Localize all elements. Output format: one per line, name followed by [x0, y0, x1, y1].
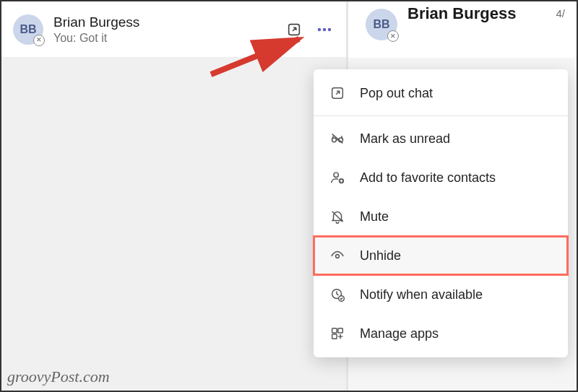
svg-point-2 [323, 27, 326, 30]
menu-manage-apps[interactable]: Manage apps [314, 314, 568, 353]
chat-text: Brian Burgess You: Got it [53, 14, 284, 45]
presence-offline-icon: ✕ [33, 35, 45, 46]
more-options-button[interactable] [314, 19, 335, 40]
apps-icon [329, 326, 345, 341]
avatar-initials: BB [20, 23, 36, 36]
menu-label: Manage apps [360, 326, 439, 341]
chat-context-menu: Pop out chat Mark as unread Add to favor… [314, 69, 568, 357]
menu-label: Pop out chat [360, 86, 433, 101]
chat-name: Brian Burgess [53, 14, 284, 30]
menu-unhide[interactable]: Unhide [314, 236, 568, 275]
presence-offline-icon: ✕ [387, 30, 399, 42]
chat-preview: You: Got it [53, 32, 284, 45]
clock-check-icon [329, 287, 345, 302]
menu-label: Add to favorite contacts [360, 170, 496, 186]
avatar-initials: BB [373, 18, 389, 31]
conversation-date: 4/ [556, 7, 565, 19]
menu-label: Notify when available [360, 287, 483, 302]
menu-mute[interactable]: Mute [314, 197, 568, 236]
chat-list-item[interactable]: BB ✕ Brian Burgess You: Got it [1, 1, 346, 58]
menu-label: Mute [360, 209, 389, 225]
menu-notify-when-available[interactable]: Notify when available [314, 275, 568, 314]
chat-list: BB ✕ Brian Burgess You: Got it [1, 1, 346, 391]
menu-label: Unhide [360, 248, 401, 263]
bell-off-icon [329, 209, 345, 225]
pop-out-button[interactable] [284, 19, 304, 40]
glasses-off-icon [329, 131, 345, 147]
conversation-header: BB ✕ Brian Burgess 4/ [346, 1, 577, 58]
pop-out-icon [329, 85, 345, 101]
menu-label: Mark as unread [360, 131, 450, 147]
svg-rect-17 [332, 334, 337, 339]
svg-rect-16 [338, 328, 342, 333]
conversation-title: Brian Burgess [407, 4, 516, 23]
avatar: BB ✕ [366, 9, 397, 40]
person-add-icon [329, 170, 345, 186]
eye-icon [329, 248, 345, 263]
menu-divider [314, 116, 568, 116]
menu-add-favorite-contacts[interactable]: Add to favorite contacts [314, 158, 568, 197]
avatar: BB ✕ [13, 14, 43, 45]
chat-item-actions [284, 19, 335, 40]
menu-mark-as-unread[interactable]: Mark as unread [314, 119, 568, 158]
svg-rect-15 [332, 328, 337, 333]
watermark: groovyPost.com [7, 367, 110, 386]
svg-point-3 [328, 27, 331, 30]
svg-point-1 [318, 27, 321, 30]
svg-point-12 [336, 255, 340, 258]
svg-point-9 [334, 173, 338, 177]
menu-pop-out-chat[interactable]: Pop out chat [314, 74, 568, 113]
